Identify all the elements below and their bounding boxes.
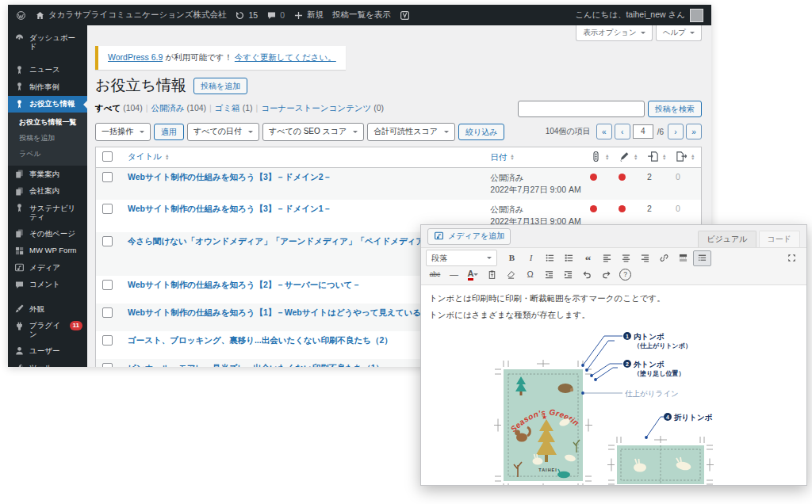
seo-filter-select[interactable]: すべての SEO スコア bbox=[262, 123, 364, 141]
sidebar-submenu-item[interactable]: お役立ち情報一覧 bbox=[8, 114, 87, 130]
blockquote-button[interactable]: “ bbox=[579, 250, 597, 266]
new-content-menu[interactable]: 新規 bbox=[293, 10, 324, 21]
updates-indicator[interactable]: 15 bbox=[235, 10, 258, 21]
help-menu-button[interactable]: ヘルプ bbox=[656, 25, 702, 41]
link-button[interactable] bbox=[655, 250, 673, 266]
chevron-down-icon bbox=[444, 131, 449, 136]
first-page-button[interactable]: « bbox=[596, 124, 612, 139]
view-filter-link[interactable]: 公開済み (104) bbox=[151, 103, 206, 113]
sidebar-item-news[interactable]: ニュース bbox=[8, 62, 87, 79]
align-left-button[interactable] bbox=[598, 250, 616, 266]
howdy-greeting[interactable]: こんにちは、taihei_new さん bbox=[575, 10, 685, 21]
redo-button[interactable] bbox=[597, 267, 615, 283]
editor-content-area[interactable]: トンボとは印刷時に印刷・断裁範囲を示すマークのことです。 トンボにはさまざまな種… bbox=[421, 285, 806, 485]
toolbar-toggle-button[interactable] bbox=[693, 250, 711, 266]
site-name-menu[interactable]: タカラサプライコミュニケーションズ株式会社 bbox=[35, 10, 226, 21]
horizontal-rule-button[interactable]: — bbox=[445, 267, 463, 283]
add-post-button[interactable]: 投稿を追加 bbox=[193, 78, 247, 94]
filter-button[interactable]: 絞り込み bbox=[458, 124, 504, 140]
post-title-link[interactable]: Webサイト制作の仕組みを知ろう【1】－Webサイトはどうやって見えているの？－ bbox=[128, 307, 446, 317]
post-title-link[interactable]: Webサイト制作の仕組みを知ろう【3】－ドメイン1－ bbox=[128, 204, 331, 213]
post-title-link[interactable]: ゴースト、ブロッキング、裏移り...出会いたくない印刷不良たち（2） bbox=[128, 335, 393, 345]
comments-indicator[interactable]: 0 bbox=[266, 10, 285, 21]
pin-icon bbox=[14, 99, 25, 109]
sidebar-item-users[interactable]: ユーザー bbox=[8, 342, 87, 360]
row-checkbox[interactable] bbox=[102, 236, 113, 246]
sidebar-submenu-item[interactable]: 投稿を追加 bbox=[8, 130, 87, 146]
outdent-button[interactable] bbox=[540, 267, 558, 283]
update-now-link[interactable]: 今すぐ更新してください。 bbox=[235, 52, 336, 62]
paragraph-select[interactable]: 段落 bbox=[426, 250, 497, 266]
select-all-checkbox[interactable] bbox=[102, 151, 113, 162]
sort-date-header[interactable]: 日付 bbox=[490, 151, 514, 163]
readability-filter-select[interactable]: 合計可読性スコア bbox=[367, 123, 455, 141]
bulleted-list-button[interactable] bbox=[541, 250, 559, 266]
current-page-input[interactable]: 4 bbox=[633, 124, 653, 139]
bulk-actions-select[interactable]: 一括操作 bbox=[95, 123, 151, 141]
row-checkbox[interactable] bbox=[102, 280, 113, 290]
search-input[interactable] bbox=[518, 101, 645, 117]
view-posts-link[interactable]: 投稿一覧を表示 bbox=[332, 10, 391, 21]
screen-options-button[interactable]: 表示オプション bbox=[576, 25, 653, 41]
view-filter-link[interactable]: ゴミ箱 (1) bbox=[215, 103, 253, 113]
undo-button[interactable] bbox=[578, 267, 596, 283]
code-tab[interactable]: コード bbox=[759, 231, 800, 247]
row-checkbox[interactable] bbox=[102, 307, 113, 318]
sidebar-item-media[interactable]: メディア bbox=[8, 259, 87, 277]
help-button[interactable]: ? bbox=[616, 267, 634, 283]
row-checkbox[interactable] bbox=[102, 204, 113, 214]
post-title-link[interactable]: Webサイト制作の仕組みを知ろう【3】－ドメイン2－ bbox=[128, 172, 331, 181]
internal-links-column-icon[interactable] bbox=[647, 155, 659, 164]
outgoing-links-column-icon[interactable] bbox=[676, 155, 688, 164]
sidebar-item-useful-info[interactable]: お役立ち情報 bbox=[8, 96, 87, 113]
sidebar-item-plugins[interactable]: プラグイン11 bbox=[8, 318, 87, 343]
row-checkbox[interactable] bbox=[102, 335, 113, 346]
view-filter-link[interactable]: コーナーストーンコンテンツ (0) bbox=[261, 103, 384, 113]
sidebar-item-works[interactable]: 制作事例 bbox=[8, 78, 87, 96]
sidebar-item-appearance[interactable]: 外観 bbox=[8, 300, 87, 318]
post-title-link[interactable]: Webサイト制作の仕組みを知ろう【2】－サーバーについて－ bbox=[128, 280, 361, 289]
svg-text:（塗り足し位置）: （塗り足し位置） bbox=[634, 369, 684, 377]
search-posts-button[interactable]: 投稿を検索 bbox=[648, 101, 702, 117]
text-color-button[interactable]: A bbox=[464, 267, 482, 283]
read-more-button[interactable] bbox=[674, 250, 692, 266]
align-center-button[interactable] bbox=[617, 250, 635, 266]
sidebar-item-other-pages[interactable]: その他ページ bbox=[8, 225, 87, 242]
next-page-button[interactable]: › bbox=[668, 124, 684, 139]
sidebar-item-dashboard[interactable]: ダッシュボード bbox=[8, 29, 87, 55]
numbered-list-button[interactable] bbox=[560, 250, 578, 266]
sidebar-item-comments[interactable]: コメント bbox=[8, 277, 87, 294]
sort-title-header[interactable]: タイトル bbox=[128, 151, 169, 162]
paste-as-text-button[interactable] bbox=[483, 267, 501, 283]
post-title-link[interactable]: ピンホール、モアレ、見当ズレ...出会いたくない印刷不良たち（1） bbox=[128, 363, 384, 367]
wordpress-version-link[interactable]: WordPress 6.9 bbox=[108, 52, 163, 62]
avatar[interactable] bbox=[690, 9, 703, 22]
sidebar-item-sustainability[interactable]: サステナビリティ bbox=[8, 200, 87, 225]
date-filter-select[interactable]: すべての日付 bbox=[187, 123, 259, 141]
apply-button[interactable]: 適用 bbox=[154, 124, 184, 140]
seo-score-column-icon[interactable] bbox=[590, 155, 602, 164]
readability-column-icon[interactable] bbox=[619, 155, 630, 164]
sidebar-submenu-item[interactable]: ラベル bbox=[8, 146, 87, 162]
last-page-button[interactable]: » bbox=[686, 124, 702, 139]
clear-formatting-button[interactable] bbox=[502, 267, 520, 283]
bold-button[interactable]: B bbox=[503, 250, 521, 266]
sidebar-item-tools[interactable]: ツール bbox=[8, 360, 87, 367]
add-media-button[interactable]: メディアを追加 bbox=[427, 228, 511, 245]
wordpress-logo-icon[interactable] bbox=[16, 10, 26, 21]
row-checkbox[interactable] bbox=[102, 172, 113, 182]
indent-button[interactable] bbox=[559, 267, 577, 283]
align-right-button[interactable] bbox=[636, 250, 654, 266]
sidebar-item-business[interactable]: 事業案内 bbox=[8, 166, 87, 183]
visual-tab[interactable]: ビジュアル bbox=[698, 231, 756, 247]
special-character-button[interactable]: Ω bbox=[521, 267, 539, 283]
sidebar-item-company[interactable]: 会社案内 bbox=[8, 183, 87, 200]
strikethrough-button[interactable]: abc bbox=[426, 267, 444, 283]
prev-page-button[interactable]: ‹ bbox=[615, 124, 630, 139]
yoast-icon[interactable] bbox=[400, 10, 410, 21]
view-filter-link[interactable]: すべて (104) bbox=[95, 103, 143, 113]
italic-button[interactable]: I bbox=[522, 250, 540, 266]
row-checkbox[interactable] bbox=[102, 363, 113, 367]
sidebar-item-mw-wp-form[interactable]: MW WP Form bbox=[8, 242, 87, 260]
fullscreen-button[interactable] bbox=[783, 250, 801, 266]
